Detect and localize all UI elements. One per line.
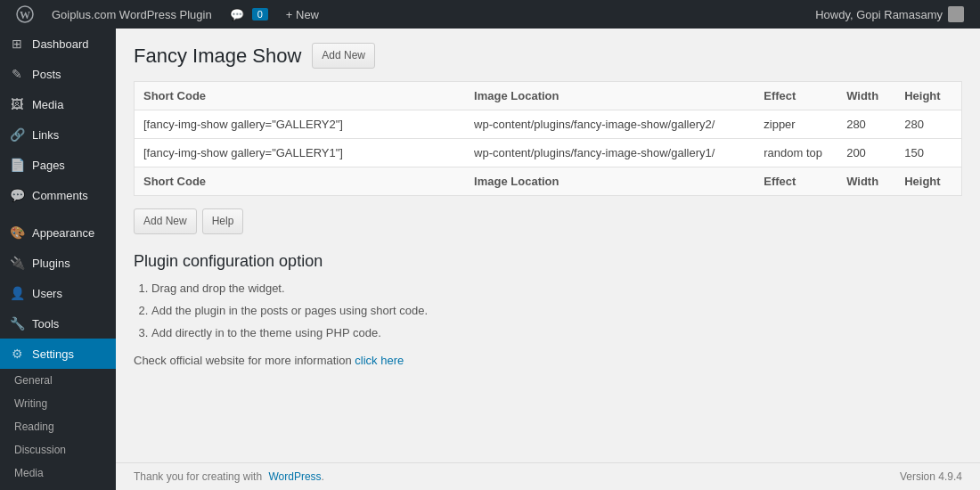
page-title: Fancy Image Show: [134, 45, 301, 68]
site-name: Goiplus.com WordPress Plugin: [52, 8, 212, 21]
table-header-row: Short Code Image Location Effect Width H…: [135, 82, 962, 110]
sidebar-item-tools[interactable]: 🔧 Tools: [0, 308, 116, 339]
dashboard-icon: ⊞: [9, 36, 25, 52]
users-icon: 👤: [9, 285, 25, 301]
location-cell-1: wp-content/plugins/fancy-image-show/gall…: [465, 110, 755, 139]
sidebar-label-pages: Pages: [32, 159, 65, 172]
tools-icon: 🔧: [9, 315, 25, 331]
sidebar-label-links: Links: [32, 128, 59, 142]
submenu-item-media-sub[interactable]: Media: [0, 461, 116, 485]
site-name-item[interactable]: Goiplus.com WordPress Plugin: [43, 0, 221, 29]
plugins-icon: 🔌: [9, 255, 25, 271]
posts-icon: ✎: [9, 66, 25, 82]
col-header-location: Image Location: [465, 82, 755, 110]
user-avatar: [948, 6, 964, 22]
submenu-label-media: Media: [14, 467, 44, 479]
col-footer-shortcode: Short Code: [135, 167, 466, 196]
effect-cell-2: random top: [755, 139, 837, 167]
config-list: Drag and drop the widget. Add the plugin…: [151, 280, 962, 342]
sidebar-label-comments: Comments: [32, 189, 88, 202]
media-icon: 🖼: [9, 96, 25, 112]
submenu-label-discussion: Discussion: [14, 444, 66, 456]
config-step-3: Add directly in to the theme using PHP c…: [151, 324, 962, 343]
sidebar-item-comments[interactable]: 💬 Comments: [0, 180, 116, 210]
config-note-text: Check official website for more informat…: [134, 354, 352, 367]
comments-item[interactable]: 💬 0: [221, 0, 277, 29]
col-header-shortcode: Short Code: [135, 82, 466, 110]
main-layout: ⊞ Dashboard ✎ Posts 🖼 Media 🔗 Links 📄 Pa…: [0, 29, 980, 490]
sidebar-item-media[interactable]: 🖼 Media: [0, 89, 116, 119]
col-footer-height: Height: [895, 167, 961, 196]
settings-icon: ⚙: [9, 346, 25, 362]
sidebar-label-settings: Settings: [32, 347, 74, 361]
wp-logo-item[interactable]: W: [7, 0, 43, 29]
config-note: Check official website for more informat…: [134, 354, 962, 367]
comments-icon: 💬: [9, 187, 25, 203]
table-footer-buttons: Add New Help: [134, 208, 962, 234]
page-title-row: Fancy Image Show Add New: [134, 43, 962, 69]
admin-bar: W Goiplus.com WordPress Plugin 💬 0 + New…: [0, 0, 980, 29]
footer-thank-you: Thank you for creating with: [134, 470, 262, 483]
wordpress-link[interactable]: WordPress: [268, 470, 321, 483]
config-step-1: Drag and drop the widget.: [151, 280, 962, 298]
col-footer-effect: Effect: [755, 167, 837, 196]
config-title: Plugin configuration option: [134, 252, 962, 271]
sidebar-item-plugins[interactable]: 🔌 Plugins: [0, 248, 116, 278]
col-header-width: Width: [837, 82, 895, 110]
sidebar-label-appearance: Appearance: [32, 226, 94, 240]
plugin-config-section: Plugin configuration option Drag and dro…: [134, 252, 962, 366]
galleries-table: Short Code Image Location Effect Width H…: [134, 81, 962, 196]
sidebar-label-plugins: Plugins: [32, 257, 70, 270]
col-footer-location: Image Location: [465, 167, 755, 196]
table-row: [fancy-img-show gallery="GALLERY2"] wp-c…: [135, 110, 962, 139]
content-area: Fancy Image Show Add New Short Code Imag…: [116, 29, 980, 490]
sidebar-item-settings[interactable]: ⚙ Settings: [0, 339, 116, 369]
submenu-label-reading: Reading: [14, 421, 54, 433]
sidebar-label-users: Users: [32, 287, 62, 300]
adminbar-right: Howdy, Gopi Ramasamy: [806, 6, 973, 22]
config-step-2: Add the plugin in the posts or pages usi…: [151, 302, 962, 321]
effect-cell-1: zipper: [755, 110, 837, 139]
submenu-item-permalinks[interactable]: Permalinks: [0, 485, 116, 490]
content-inner: Fancy Image Show Add New Short Code Imag…: [116, 29, 980, 462]
sidebar-label-media: Media: [32, 98, 63, 111]
submenu-item-general[interactable]: General: [0, 369, 116, 392]
comments-count: 0: [252, 8, 268, 20]
footer-version: Version 4.9.4: [900, 470, 962, 483]
submenu-item-discussion[interactable]: Discussion: [0, 438, 116, 461]
new-item[interactable]: + New: [277, 0, 328, 29]
add-new-button-bottom[interactable]: Add New: [134, 208, 197, 234]
height-cell-1: 280: [895, 110, 961, 139]
shortcode-cell-1: [fancy-img-show gallery="GALLERY2"]: [135, 110, 466, 139]
sidebar-item-dashboard[interactable]: ⊞ Dashboard: [0, 29, 116, 59]
submenu-item-reading[interactable]: Reading: [0, 415, 116, 438]
table-row: [fancy-img-show gallery="GALLERY1"] wp-c…: [135, 139, 962, 167]
col-footer-width: Width: [837, 167, 895, 196]
submenu-item-writing[interactable]: Writing: [0, 392, 116, 415]
sidebar-item-links[interactable]: 🔗 Links: [0, 119, 116, 150]
width-cell-1: 280: [837, 110, 895, 139]
links-icon: 🔗: [9, 127, 25, 143]
howdy-text: Howdy, Gopi Ramasamy: [815, 8, 943, 21]
adminbar-left: W Goiplus.com WordPress Plugin 💬 0 + New: [7, 0, 806, 29]
location-cell-2: wp-content/plugins/fancy-image-show/gall…: [465, 139, 755, 167]
pages-icon: 📄: [9, 157, 25, 173]
sidebar: ⊞ Dashboard ✎ Posts 🖼 Media 🔗 Links 📄 Pa…: [0, 29, 116, 490]
sidebar-item-users[interactable]: 👤 Users: [0, 278, 116, 308]
submenu-label-writing: Writing: [14, 397, 47, 410]
submenu-label-general: General: [14, 374, 53, 387]
sidebar-label-dashboard: Dashboard: [32, 37, 89, 51]
comment-icon: 💬: [230, 8, 244, 21]
sidebar-item-posts[interactable]: ✎ Posts: [0, 59, 116, 89]
col-header-height: Height: [895, 82, 961, 110]
help-button[interactable]: Help: [202, 208, 244, 234]
sidebar-item-appearance[interactable]: 🎨 Appearance: [0, 217, 116, 248]
footer-left: Thank you for creating with WordPress.: [134, 470, 324, 483]
add-new-button-top[interactable]: Add New: [312, 43, 375, 69]
table-footer-header-row: Short Code Image Location Effect Width H…: [135, 167, 962, 196]
appearance-icon: 🎨: [9, 225, 25, 241]
svg-text:W: W: [20, 9, 30, 21]
sidebar-item-pages[interactable]: 📄 Pages: [0, 150, 116, 180]
sidebar-label-tools: Tools: [32, 317, 59, 331]
click-here-link[interactable]: click here: [355, 354, 404, 367]
